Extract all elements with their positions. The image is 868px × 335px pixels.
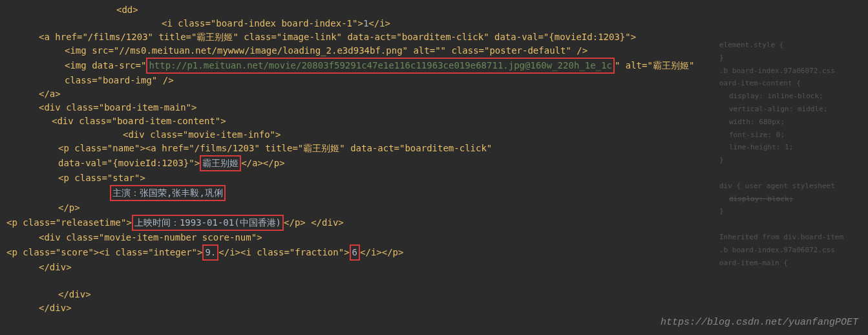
- img-poster-default: <img src="//ms0.meituan.net/mywww/image/…: [65, 45, 587, 56]
- style-line: width: 680px;: [719, 116, 862, 129]
- dd-open-tag: <dd>: [116, 5, 138, 15]
- div-board-item-content: <div class="board-item-content">: [52, 116, 226, 126]
- highlighted-star-text: 主演：张国荣,张丰毅,巩俐: [110, 185, 226, 201]
- style-line: display: inline-block;: [719, 90, 862, 103]
- p-releasetime-close: </p>: [284, 217, 306, 228]
- a-close: </a>: [39, 89, 61, 99]
- style-line: oard-item-main {: [719, 257, 862, 270]
- style-line: display: block;: [719, 193, 862, 206]
- style-line: }: [719, 52, 862, 65]
- img-data-src-close: " alt="霸王别姬": [615, 60, 694, 70]
- style-line: .b board-index.97a06072.css: [719, 65, 862, 78]
- style-line: }: [719, 154, 862, 167]
- p-star-close: </p>: [58, 202, 80, 213]
- i-board-index-open: <i class="board-index board-index-1">: [162, 18, 363, 28]
- div-close-1: </div>: [39, 262, 72, 272]
- p-score-mid: </i><i class="fraction">: [218, 247, 349, 257]
- p-score-close: </i></p>: [360, 247, 403, 257]
- div-close-2: </div>: [58, 289, 91, 299]
- highlighted-url: http://p1.meituan.net/movie/20803f59291c…: [146, 58, 614, 74]
- p-releasetime-open: <p class="releasetime">: [6, 217, 132, 228]
- highlighted-release-text: 上映时间：1993-01-01(中国香港): [132, 215, 284, 231]
- highlighted-movie-title: 霸王别姬: [200, 155, 241, 171]
- style-line: Inherited from div.board-item: [719, 231, 862, 244]
- style-line: }: [719, 205, 862, 218]
- p-name-close: </a></p>: [241, 158, 284, 168]
- img-data-src-open: <img data-src=": [65, 60, 146, 70]
- p-name-dataval: data-val="{movieId:1203}">: [58, 158, 200, 168]
- div-board-item-main: <div class="board-item-main">: [39, 102, 196, 113]
- p-score-open: <p class="score"><i class="integer">: [6, 247, 202, 257]
- div-close-3: </div>: [39, 303, 72, 313]
- a-image-link: <a href="/films/1203" title="霸王别姬" class…: [39, 32, 636, 42]
- highlighted-score-frac: 6: [350, 244, 360, 261]
- div-close-inline: </div>: [311, 217, 344, 228]
- p-star-open: <p class="star">: [58, 173, 145, 183]
- p-name-open: <p class="name"><a href="/films/1203" ti…: [58, 143, 492, 153]
- div-movie-item-info: <div class="movie-item-info">: [123, 129, 281, 140]
- img-board-img-class: class="board-img" />: [65, 75, 174, 85]
- style-line: .b board-index.97a06072.css: [719, 244, 862, 257]
- style-line: element.style {: [719, 39, 862, 52]
- div-movie-item-number: <div class="movie-item-number score-num"…: [39, 232, 262, 243]
- i-board-index-close: </i>: [368, 18, 390, 28]
- style-line: oard-item-content {: [719, 77, 862, 90]
- style-line: font-size: 0;: [719, 129, 862, 142]
- watermark-text: https://blog.csdn.net/yuanfangPOET: [661, 316, 858, 330]
- style-line: div { user agent stylesheet: [719, 180, 862, 193]
- style-line: vertical-align: middle;: [719, 103, 862, 116]
- highlighted-score-int: 9.: [202, 244, 218, 261]
- style-line: line-height: 1;: [719, 141, 862, 154]
- css-styles-panel: element.style { } .b board-index.97a0607…: [719, 39, 862, 269]
